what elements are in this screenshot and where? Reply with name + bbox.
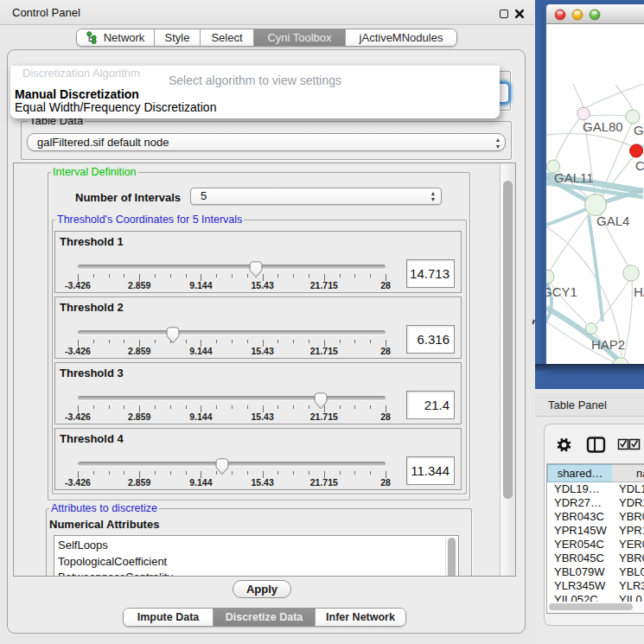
svg-text:GA: GA: [634, 123, 644, 137]
svg-text:HAP2: HAP2: [591, 337, 625, 352]
svg-text:GAL4: GAL4: [596, 214, 629, 228]
svg-text:GAL11: GAL11: [554, 170, 594, 185]
svg-text:GCY1: GCY1: [546, 284, 577, 299]
svg-text:GAL80: GAL80: [583, 119, 623, 134]
svg-text:CD: CD: [635, 158, 644, 173]
svg-text:HA: HA: [634, 284, 644, 299]
